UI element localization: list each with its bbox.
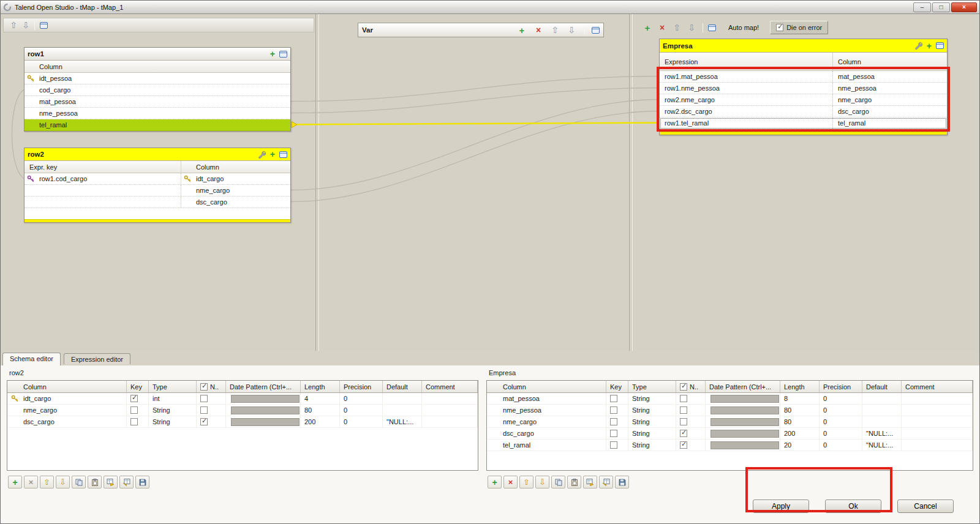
expand-window-icon[interactable]	[279, 151, 287, 158]
export-schema-button[interactable]	[119, 476, 134, 488]
default-cell[interactable]: "NULL:...	[862, 440, 902, 451]
nullable-header[interactable]: N..	[197, 381, 226, 392]
key-checkbox[interactable]	[610, 418, 617, 425]
move-down-icon[interactable]: ⇩	[20, 19, 32, 31]
nullable-checkbox[interactable]	[200, 395, 208, 402]
nullable-checkbox[interactable]	[680, 418, 687, 425]
maximize-button[interactable]: □	[932, 2, 950, 12]
expression-value[interactable]: row1.nme_pessoa	[665, 84, 720, 92]
lookup-row[interactable]: row1.cod_cargo idt_cargo	[24, 173, 290, 185]
column-name-cell[interactable]: tel_ramal	[503, 441, 530, 449]
length-header[interactable]: Length	[301, 381, 340, 392]
type-cell[interactable]: String	[628, 416, 676, 427]
input-column-row[interactable]: tel_ramal	[24, 119, 290, 131]
column-name-cell[interactable]: idt_cargo	[23, 395, 51, 402]
precision-cell[interactable]: 0	[340, 416, 383, 427]
output-mapping-row[interactable]: row1.mat_pessoa mat_pessoa	[660, 71, 947, 83]
move-down-icon[interactable]: ⇩	[565, 24, 578, 36]
comment-cell[interactable]	[422, 405, 478, 416]
row2-header[interactable]: row2 +	[24, 148, 290, 161]
precision-header[interactable]: Precision	[820, 381, 862, 392]
default-cell[interactable]	[383, 393, 422, 404]
cancel-button[interactable]: Cancel	[897, 500, 954, 513]
length-cell[interactable]: 200	[301, 416, 340, 427]
nullable-checkbox[interactable]	[200, 406, 208, 414]
schema-row[interactable]: tel_ramal String 20 0 "NULL:...	[487, 440, 973, 451]
comment-cell[interactable]	[902, 405, 973, 416]
comment-header[interactable]: Comment	[902, 381, 973, 392]
move-up-button[interactable]: ⇧	[40, 476, 54, 488]
precision-cell[interactable]: 0	[820, 405, 862, 416]
add-var-icon[interactable]: +	[516, 24, 528, 36]
add-output-icon[interactable]: +	[641, 21, 654, 34]
move-up-button[interactable]: ⇧	[519, 476, 533, 488]
column-name-cell[interactable]: dsc_cargo	[23, 418, 55, 425]
nullable-checkbox[interactable]	[680, 406, 687, 414]
expand-window-icon[interactable]	[936, 42, 944, 49]
type-cell[interactable]: String	[149, 416, 197, 427]
move-up-icon[interactable]: ⇧	[7, 19, 20, 31]
schema-row[interactable]: nme_cargo String 80 0	[7, 405, 478, 416]
type-header[interactable]: Type	[149, 381, 197, 392]
paste-button[interactable]	[567, 476, 581, 488]
key-checkbox[interactable]	[130, 395, 138, 402]
column-name-cell[interactable]: nme_cargo	[23, 406, 57, 414]
default-cell[interactable]: "NULL:...	[383, 416, 422, 427]
minimize-button[interactable]: –	[913, 2, 931, 12]
length-cell[interactable]: 200	[780, 428, 820, 439]
column-name-cell[interactable]: dsc_cargo	[503, 430, 534, 437]
add-column-icon[interactable]: +	[927, 43, 932, 49]
nullable-header[interactable]: N..	[676, 381, 706, 392]
output-mapping-row[interactable]: row1.nme_pessoa nme_pessoa	[660, 83, 947, 94]
apply-button[interactable]: Apply	[753, 500, 809, 513]
expand-window-icon[interactable]	[708, 24, 716, 31]
precision-cell[interactable]: 0	[820, 393, 862, 404]
default-header[interactable]: Default	[383, 381, 422, 392]
nullable-all-checkbox[interactable]	[680, 383, 687, 391]
expression-value[interactable]: row1.mat_pessoa	[665, 73, 718, 80]
nullable-all-checkbox[interactable]	[200, 383, 208, 391]
expression-value[interactable]: row1.tel_ramal	[665, 119, 709, 127]
export-schema-button[interactable]	[599, 476, 613, 488]
schema-row[interactable]: dsc_cargo String 200 0 "NULL:...	[7, 416, 478, 428]
nullable-checkbox[interactable]	[680, 430, 687, 437]
expression-value[interactable]: row2.nme_cargo	[665, 96, 715, 103]
default-cell[interactable]: "NULL:...	[862, 428, 902, 439]
comment-cell[interactable]	[902, 428, 973, 439]
key-header[interactable]: Key	[127, 381, 149, 392]
column-name-cell[interactable]: nme_cargo	[503, 418, 537, 425]
schema-row[interactable]: idt_cargo int 4 0	[7, 393, 478, 405]
output-mapping-row[interactable]: row1.tel_ramal tel_ramal	[660, 118, 947, 129]
comment-cell[interactable]	[422, 393, 478, 404]
remove-output-icon[interactable]: ×	[656, 21, 668, 34]
delete-row-button[interactable]: ×	[503, 476, 518, 488]
default-header[interactable]: Default	[862, 381, 902, 392]
default-cell[interactable]	[862, 416, 902, 427]
length-cell[interactable]: 80	[780, 416, 820, 427]
comment-header[interactable]: Comment	[422, 381, 478, 392]
save-schema-button[interactable]	[135, 476, 149, 488]
input-column-row[interactable]: nme_pessoa	[24, 108, 290, 119]
expand-window-icon[interactable]	[37, 19, 50, 31]
type-cell[interactable]: int	[149, 393, 197, 404]
input-column-row[interactable]: cod_cargo	[24, 84, 290, 96]
schema-row[interactable]: mat_pessoa String 8 0	[487, 393, 973, 405]
length-cell[interactable]: 80	[301, 405, 340, 416]
schema-row[interactable]: nme_pessoa String 80 0	[487, 405, 973, 416]
tab-expression-editor[interactable]: Expression editor	[64, 353, 130, 364]
paste-button[interactable]	[88, 476, 102, 488]
move-down-button[interactable]: ⇩	[535, 476, 549, 488]
length-header[interactable]: Length	[780, 381, 820, 392]
empresa-header[interactable]: Empresa +	[660, 39, 947, 53]
expand-window-icon[interactable]	[279, 51, 287, 58]
move-up-icon[interactable]: ⇧	[671, 21, 683, 34]
key-checkbox[interactable]	[610, 441, 617, 449]
move-down-icon[interactable]: ⇩	[685, 21, 698, 34]
key-checkbox[interactable]	[610, 395, 617, 402]
import-schema-button[interactable]	[104, 476, 118, 488]
delete-row-button[interactable]: ×	[24, 476, 38, 488]
date-pattern-header[interactable]: Date Pattern (Ctrl+...	[226, 381, 301, 392]
length-cell[interactable]: 8	[780, 393, 820, 404]
precision-cell[interactable]: 0	[820, 440, 862, 451]
type-cell[interactable]: String	[628, 405, 676, 416]
